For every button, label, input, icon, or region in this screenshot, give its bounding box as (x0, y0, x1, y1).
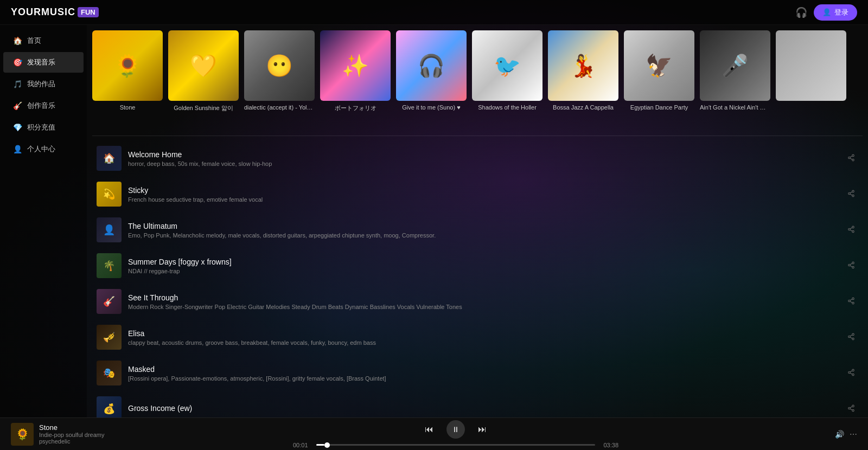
more-options-icon[interactable]: ⋯ (850, 430, 857, 439)
svg-line-8 (850, 194, 852, 195)
album-card-1[interactable]: 💛 Golden Sunshine 앎이 (168, 30, 244, 128)
album-card-2[interactable]: 😶 dialectic (accept it) - Yolkhead (244, 30, 320, 128)
song-item-4[interactable]: 🎸 See It Through Modern Rock Singer-Song… (92, 284, 863, 319)
song-tags-0: horror, deep bass, 50s mix, female voice… (128, 160, 838, 167)
svg-point-7 (852, 195, 854, 197)
share-button-2[interactable] (844, 222, 858, 238)
svg-point-36 (848, 407, 851, 409)
progress-bar[interactable] (316, 444, 595, 446)
album-card-4[interactable]: 🎧 Give it to me (Suno) ♥ (396, 30, 472, 128)
share-button-7[interactable] (844, 401, 858, 417)
song-title-4: See It Through (128, 293, 838, 302)
share-button-1[interactable] (844, 187, 858, 202)
svg-point-11 (848, 228, 851, 230)
album-card-8[interactable]: 🎤 Ain't Got a Nickel Ain't Got a ... (700, 30, 776, 128)
song-tags-4: Modern Rock Singer-Songwriter Pop Electr… (128, 304, 838, 310)
sidebar-label-profile: 个人中心 (27, 144, 55, 154)
prev-button[interactable]: ⏮ (423, 422, 436, 436)
sidebar-item-home[interactable]: 🏠 首页 (3, 30, 84, 51)
album-card-6[interactable]: 💃 Bossa Jazz A Cappella (548, 30, 624, 128)
svg-point-25 (852, 333, 854, 336)
sidebar-item-my-works[interactable]: 🎵 我的作品 (3, 74, 84, 94)
song-info-5: Elisa clappy beat, acoustic drums, groov… (128, 329, 838, 346)
headphones-icon[interactable]: 🎧 (795, 7, 807, 18)
album-card-7[interactable]: 🦅 Egyptian Dance Party (624, 30, 700, 128)
svg-line-3 (850, 158, 852, 159)
album-card-5[interactable]: 🐦 Shadows of the Holler (472, 30, 548, 128)
svg-line-24 (850, 299, 852, 300)
svg-point-5 (852, 190, 854, 192)
album-title-6: Bossa Jazz A Cappella (548, 104, 618, 111)
song-item-3[interactable]: 🌴 Summer Days [foggy x frowns] NDAI // r… (92, 248, 863, 284)
svg-line-39 (850, 406, 852, 407)
svg-line-9 (850, 191, 852, 192)
svg-point-21 (848, 300, 851, 302)
svg-point-2 (852, 159, 854, 161)
album-title-2: dialectic (accept it) - Yolkhead (244, 104, 315, 111)
svg-line-19 (850, 263, 852, 264)
song-tags-6: [Rossini opera], Passionate-emotions, at… (128, 375, 838, 382)
sidebar-item-profile[interactable]: 👤 个人中心 (3, 139, 84, 159)
song-item-0[interactable]: 🏠 Welcome Home horror, deep bass, 50s mi… (92, 140, 863, 176)
album-title-5: Shadows of the Holler (472, 104, 542, 111)
song-tags-1: French house seductive trap, emotive fem… (128, 196, 838, 203)
song-info-3: Summer Days [foggy x frowns] NDAI // reg… (128, 258, 838, 274)
song-item-6[interactable]: 🎭 Masked [Rossini opera], Passionate-emo… (92, 355, 863, 391)
pause-button[interactable]: ⏸ (446, 420, 465, 439)
sidebar-item-discover[interactable]: 🎯 发现音乐 (3, 52, 84, 73)
song-title-5: Elisa (128, 329, 838, 338)
song-info-1: Sticky French house seductive trap, emot… (128, 186, 838, 203)
volume-icon[interactable]: 🔊 (835, 430, 844, 439)
song-info-6: Masked [Rossini opera], Passionate-emoti… (128, 365, 838, 382)
share-button-3[interactable] (844, 258, 858, 274)
song-item-2[interactable]: 👤 The Ultimatum Emo, Pop Punk, Melanchol… (92, 212, 863, 248)
song-title-0: Welcome Home (128, 150, 838, 159)
share-button-6[interactable] (844, 365, 858, 381)
sidebar-icon-profile: 👤 (13, 145, 22, 153)
song-title-6: Masked (128, 365, 838, 374)
album-title-3: ボートフォリオ (320, 104, 391, 112)
song-item-5[interactable]: 🎺 Elisa clappy beat, acoustic drums, gro… (92, 319, 863, 355)
song-item-7[interactable]: 💰 Gross Income (ew) (92, 391, 863, 417)
svg-line-29 (850, 335, 852, 336)
player-bar: 🌻 Stone Indie-pop soulful dreamy psyched… (0, 417, 868, 450)
song-tags-2: Emo, Pop Punk, Melancholic melody, male … (128, 232, 838, 239)
player-track-name: Stone (39, 423, 119, 432)
svg-point-22 (852, 302, 854, 304)
album-title-8: Ain't Got a Nickel Ain't Got a ... (700, 104, 770, 111)
song-tags-5: clappy beat, acoustic drums, groove bass… (128, 339, 838, 346)
song-title-7: Gross Income (ew) (128, 404, 838, 413)
album-title-4: Give it to me (Suno) ♥ (396, 104, 467, 111)
sidebar-label-home: 首页 (27, 36, 41, 46)
album-card-3[interactable]: ✨ ボートフォリオ (320, 30, 396, 128)
player-left: 🌻 Stone Indie-pop soulful dreamy psyched… (11, 423, 119, 446)
logo-fun: FUN (78, 7, 99, 17)
login-button[interactable]: 👤 登录 (814, 4, 857, 21)
sidebar-item-create[interactable]: 🎸 创作音乐 (3, 95, 84, 116)
player-controls: ⏮ ⏸ ⏭ (423, 420, 489, 439)
song-thumbnail-0: 🏠 (97, 146, 122, 171)
time-total: 03:38 (599, 442, 618, 448)
next-button[interactable]: ⏭ (476, 422, 489, 436)
sidebar-item-points[interactable]: 💎 积分充值 (3, 117, 84, 138)
progress-fill (316, 444, 324, 446)
album-card-0[interactable]: 🌻 Stone (92, 30, 168, 128)
user-circle-icon: 👤 (822, 8, 831, 16)
album-card-9[interactable] (776, 30, 852, 128)
album-title-0: Stone (92, 104, 163, 111)
song-thumbnail-1: 💫 (97, 182, 122, 207)
share-button-4[interactable] (844, 294, 858, 310)
svg-point-0 (852, 155, 854, 157)
sidebar-label-my-works: 我的作品 (27, 79, 55, 89)
progress-dot (324, 442, 330, 448)
album-image-6: 💃 (548, 30, 618, 101)
sidebar: 🏠 首页 🎯 发现音乐 🎵 我的作品 🎸 创作音乐 💎 积分充值 👤 个人中心 (0, 25, 87, 417)
share-button-0[interactable] (844, 151, 858, 166)
svg-point-37 (852, 409, 854, 412)
logo: YOURMUSIC FUN (11, 7, 99, 18)
sidebar-label-create: 创作音乐 (27, 101, 55, 111)
svg-line-34 (850, 370, 852, 371)
album-image-1: 💛 (168, 30, 239, 101)
song-item-1[interactable]: 💫 Sticky French house seductive trap, em… (92, 176, 863, 212)
share-button-5[interactable] (844, 330, 858, 345)
